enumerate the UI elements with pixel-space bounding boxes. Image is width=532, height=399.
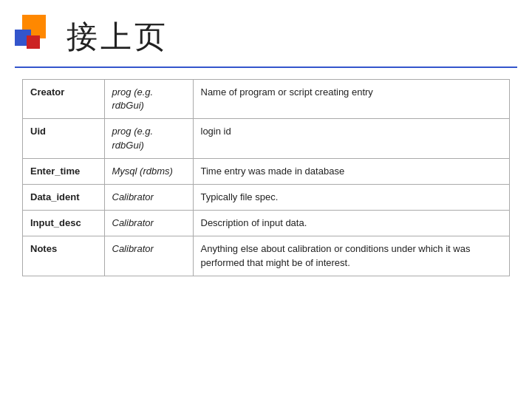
table-row: Creatorprog (e.g. rdbGui)Name of program… — [23, 80, 509, 119]
table-row: Data_identCalibratorTypically file spec. — [23, 184, 509, 210]
field-example: Calibrator — [104, 236, 193, 276]
divider — [15, 66, 517, 68]
page-title: 接上页 — [66, 21, 168, 52]
field-name: Input_desc — [23, 211, 104, 236]
field-name: Enter_time — [23, 158, 104, 184]
table-row: Uidprog (e.g. rdbGui)login id — [23, 119, 509, 158]
field-description: login id — [193, 119, 509, 158]
page: 接上页 Creatorprog (e.g. rdbGui)Name of pro… — [0, 0, 532, 399]
field-description: Time entry was made in database — [193, 158, 509, 184]
field-name: Creator — [23, 80, 104, 119]
field-example: Calibrator — [104, 211, 193, 236]
field-example: Calibrator — [104, 184, 193, 210]
field-description: Anything else about calibration or condi… — [193, 236, 509, 276]
table-row: Enter_timeMysql (rdbms)Time entry was ma… — [23, 158, 509, 184]
field-description: Description of input data. — [193, 211, 509, 236]
field-name: Data_ident — [23, 184, 104, 210]
logo — [15, 15, 59, 59]
table-row: Input_descCalibratorDescription of input… — [23, 211, 509, 236]
field-description: Name of program or script creating entry — [193, 80, 509, 119]
main-table-container: Creatorprog (e.g. rdbGui)Name of program… — [22, 79, 510, 276]
table-row: NotesCalibratorAnything else about calib… — [23, 236, 509, 276]
logo-red-square — [27, 35, 40, 49]
field-example: prog (e.g. rdbGui) — [104, 80, 193, 119]
field-example: prog (e.g. rdbGui) — [104, 119, 193, 158]
header: 接上页 — [0, 0, 532, 66]
field-name: Notes — [23, 236, 104, 276]
data-table: Creatorprog (e.g. rdbGui)Name of program… — [23, 80, 509, 276]
field-name: Uid — [23, 119, 104, 158]
field-description: Typically file spec. — [193, 184, 509, 210]
field-example: Mysql (rdbms) — [104, 158, 193, 184]
